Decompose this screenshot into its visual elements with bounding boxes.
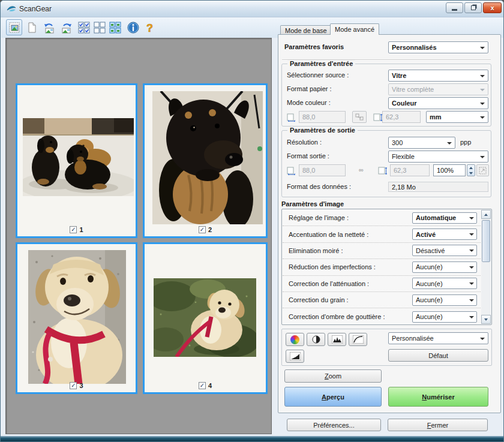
scale-percent-field[interactable]: 100% bbox=[433, 164, 466, 176]
setting-label: Réglage de l'image : bbox=[289, 214, 412, 221]
final-review-icon bbox=[290, 352, 301, 360]
paper-size-select: Vitre complète bbox=[388, 83, 488, 95]
grain-correction-select[interactable]: Aucun(e) bbox=[412, 294, 477, 306]
image-settings-rows: Réglage de l'image : Automatique Accentu… bbox=[283, 210, 481, 324]
rotate-left-button[interactable] bbox=[41, 19, 57, 35]
tab-advanced-mode[interactable]: Mode avancé bbox=[330, 23, 379, 35]
restore-icon bbox=[471, 5, 476, 10]
thumbnail-check-row: ✓ 1 bbox=[17, 226, 136, 233]
brightness-contrast-button[interactable] bbox=[307, 333, 325, 346]
app-icon bbox=[7, 4, 17, 14]
scroll-up-button[interactable] bbox=[481, 210, 491, 219]
histogram-button[interactable] bbox=[328, 333, 346, 346]
scrollbar-thumb[interactable] bbox=[482, 220, 490, 262]
image-setting-row: Réduction des imperfections : Aucun(e) bbox=[283, 259, 481, 275]
rotate-right-icon bbox=[60, 21, 73, 34]
descreen-select[interactable]: Désactivé bbox=[412, 245, 477, 256]
source-label: Sélectionner source : bbox=[287, 71, 349, 79]
color-preset-select[interactable]: Personnalisée bbox=[388, 332, 488, 344]
minimize-button[interactable] bbox=[446, 2, 463, 13]
image-setting-row: Elimination moiré : Désactivé bbox=[283, 243, 481, 259]
image-setting-row: Correction du grain : Aucun(e) bbox=[283, 292, 481, 308]
thumbnail-frame-3[interactable]: ✓ 3 bbox=[16, 242, 137, 394]
help-button[interactable]: ? bbox=[142, 19, 158, 35]
resolution-label: Résolution : bbox=[287, 139, 322, 146]
preferences-button[interactable]: Préférences... bbox=[287, 419, 381, 431]
rotate-right-button[interactable] bbox=[58, 19, 74, 35]
color-mode-select[interactable]: Couleur bbox=[388, 97, 488, 109]
color-wheel-icon bbox=[290, 335, 299, 344]
close-dialog-button[interactable]: Fermer bbox=[388, 419, 488, 431]
default-button[interactable]: Défaut bbox=[388, 349, 488, 362]
scroll-down-button[interactable] bbox=[481, 315, 491, 324]
setting-label: Réduction des imperfections : bbox=[289, 263, 412, 270]
image-setting-row: Réglage de l'image : Automatique bbox=[283, 210, 481, 226]
image-adjustment-select[interactable]: Automatique bbox=[412, 212, 477, 224]
thumbnail-frame-2[interactable]: ✓ 2 bbox=[143, 83, 268, 238]
thumbnail-frame-1[interactable]: ✓ 1 bbox=[16, 83, 137, 238]
image-setting-row: Correction de l'atténuation : Aucun(e) bbox=[283, 276, 481, 292]
input-width-icon bbox=[287, 113, 296, 122]
thumbnail-photo-2 bbox=[152, 91, 263, 224]
resolution-select[interactable]: 300 bbox=[388, 137, 455, 149]
source-select[interactable]: Vitre bbox=[388, 70, 488, 82]
input-settings-title: Paramètres d'entrée bbox=[287, 60, 355, 67]
close-icon: x bbox=[490, 4, 494, 11]
thumbnail-checkbox-4[interactable]: ✓ bbox=[199, 382, 206, 389]
thumbnail-frame-4[interactable]: ✓ 4 bbox=[143, 242, 268, 394]
thumbnail-view-button[interactable] bbox=[6, 19, 22, 35]
window-title: ScanGear bbox=[19, 5, 52, 13]
favorites-select[interactable]: Personnalisés bbox=[388, 41, 488, 53]
output-width-icon bbox=[287, 166, 296, 175]
clear-crop-button[interactable] bbox=[23, 19, 40, 35]
unsharp-mask-select[interactable]: Activé bbox=[412, 228, 477, 240]
uncheck-all-grid-icon bbox=[93, 21, 106, 34]
tone-curve-button[interactable] bbox=[349, 333, 367, 346]
check-all-frames-button[interactable] bbox=[76, 19, 92, 35]
thumbnail-checkbox-1[interactable]: ✓ bbox=[70, 226, 77, 233]
scale-spinner[interactable] bbox=[467, 164, 475, 176]
favorites-label: Paramètres favoris bbox=[284, 43, 344, 50]
select-all-frames-button[interactable] bbox=[107, 19, 123, 35]
info-button[interactable] bbox=[125, 19, 141, 35]
chevron-down-icon bbox=[469, 233, 474, 238]
input-height-icon bbox=[373, 113, 382, 122]
gutter-shadow-select[interactable]: Aucun(e) bbox=[412, 311, 477, 323]
chevron-down-icon bbox=[447, 142, 452, 147]
output-width-field: 88,0 bbox=[299, 164, 346, 176]
spinner-up[interactable] bbox=[467, 165, 475, 170]
image-setting-row: Correction d'ombre de gouttière : Aucun(… bbox=[283, 308, 481, 324]
fading-correction-select[interactable]: Aucun(e) bbox=[412, 278, 477, 289]
setting-label: Elimination moiré : bbox=[289, 247, 412, 254]
thumbnail-checkbox-2[interactable]: ✓ bbox=[199, 226, 206, 233]
setting-label: Correction d'ombre de gouttière : bbox=[289, 313, 412, 320]
minimize-icon bbox=[452, 9, 457, 11]
scan-button[interactable]: Numériser bbox=[388, 387, 488, 407]
image-settings-scrollbar[interactable] bbox=[481, 210, 491, 324]
chevron-down-icon bbox=[480, 338, 485, 342]
up-arrow-icon bbox=[469, 165, 473, 169]
zoom-button[interactable]: Zoom bbox=[284, 369, 382, 383]
output-format-label: Format sortie : bbox=[287, 152, 329, 160]
window-bottom-frame bbox=[1, 436, 503, 441]
output-height-field: 62,3 bbox=[390, 164, 430, 176]
preview-area: ✓ 1 ✓ 2 bbox=[5, 38, 272, 434]
unit-select[interactable]: mm bbox=[426, 111, 488, 123]
thumbnail-check-row: ✓ 3 bbox=[17, 382, 136, 389]
rotate-left-icon bbox=[43, 21, 56, 34]
final-review-button[interactable] bbox=[286, 350, 304, 363]
setting-label: Accentuation de la netteté : bbox=[289, 231, 412, 238]
close-button[interactable]: x bbox=[483, 2, 502, 13]
dust-scratches-select[interactable]: Aucun(e) bbox=[412, 261, 477, 273]
restore-button[interactable] bbox=[464, 2, 482, 13]
thumbnail-checkbox-3[interactable]: ✓ bbox=[70, 382, 77, 389]
preview-button[interactable]: Aperçu bbox=[284, 387, 382, 407]
thumbnail-photo-4 bbox=[154, 278, 256, 357]
tab-basic-mode[interactable]: Mode de base bbox=[280, 25, 332, 35]
output-settings-title: Paramètres de sortie bbox=[287, 127, 358, 134]
saturation-color-balance-button[interactable] bbox=[286, 333, 304, 346]
spinner-down[interactable] bbox=[467, 170, 475, 176]
output-format-select[interactable]: Flexible bbox=[388, 151, 488, 163]
chevron-down-icon bbox=[469, 299, 474, 304]
uncheck-all-frames-button[interactable] bbox=[91, 19, 107, 35]
